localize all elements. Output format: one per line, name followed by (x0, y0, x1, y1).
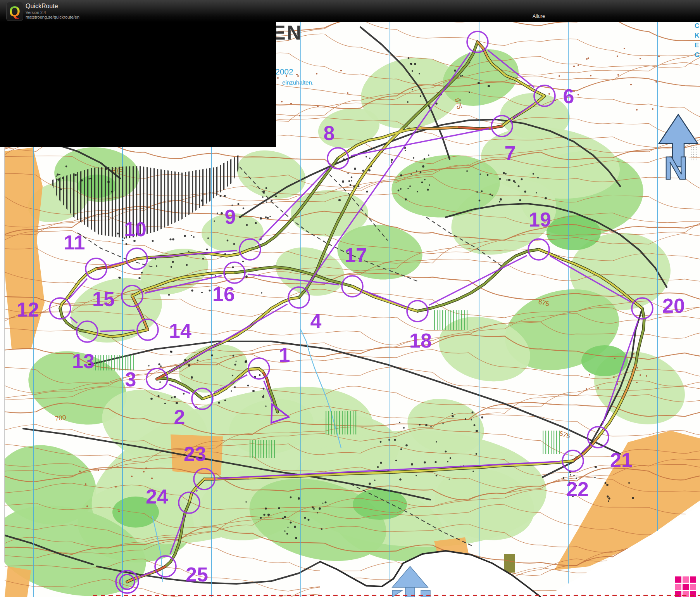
contour-elevation-label: 700 (55, 414, 67, 422)
map-edge-letter: K (695, 32, 700, 39)
app-version: Version 2.4 (26, 10, 46, 15)
app-url: matstroeng.se/quickroute/en (26, 15, 79, 19)
pace-legend: Allure min/km 5:0010:0015:0020:00 (429, 0, 700, 22)
censored-region (0, 22, 276, 147)
control-number-10: 10 (124, 218, 147, 241)
control-number-20: 20 (662, 294, 685, 317)
control-number-8: 8 (324, 122, 335, 144)
pace-legend-label: Allure (533, 14, 545, 19)
app-title: QuickRoute (26, 3, 58, 10)
control-number-15: 15 (92, 288, 115, 310)
control-number-14: 14 (169, 320, 191, 342)
control-number-25: 25 (186, 563, 208, 586)
map-year-text: 2002 (275, 67, 293, 76)
map-title-fragment: EN (272, 21, 302, 44)
control-number-1: 1 (279, 344, 290, 366)
control-number-7: 7 (505, 142, 516, 164)
control-number-3: 3 (125, 368, 136, 391)
control-number-11: 11 (64, 231, 85, 254)
app-header: Q QuickRoute Version 2.4 matstroeng.se/q… (0, 0, 700, 22)
control-number-2: 2 (174, 406, 185, 428)
control-number-23: 23 (184, 443, 206, 465)
quickroute-logo-icon: Q (6, 2, 23, 21)
control-number-24: 24 (146, 485, 168, 508)
svg-text:N: N (664, 150, 688, 186)
control-number-18: 18 (409, 329, 432, 352)
control-number-12: 12 (17, 298, 39, 321)
map-edge-letter: C (695, 22, 699, 29)
control-number-16: 16 (212, 283, 235, 305)
control-number-9: 9 (225, 206, 236, 228)
map-note-text: einzuhalten. (282, 79, 314, 86)
control-number-21: 21 (610, 449, 633, 471)
control-number-6: 6 (563, 85, 574, 107)
map-edge-letter: E (695, 42, 699, 49)
map-edge-letter: G (695, 51, 700, 59)
control-number-19: 19 (529, 208, 551, 231)
control-number-17: 17 (345, 244, 367, 266)
control-number-4: 4 (310, 310, 322, 332)
magenta-pattern-block (675, 576, 696, 597)
control-number-13: 13 (72, 350, 95, 372)
course-leg-line (196, 490, 197, 492)
control-number-22: 22 (566, 478, 589, 500)
